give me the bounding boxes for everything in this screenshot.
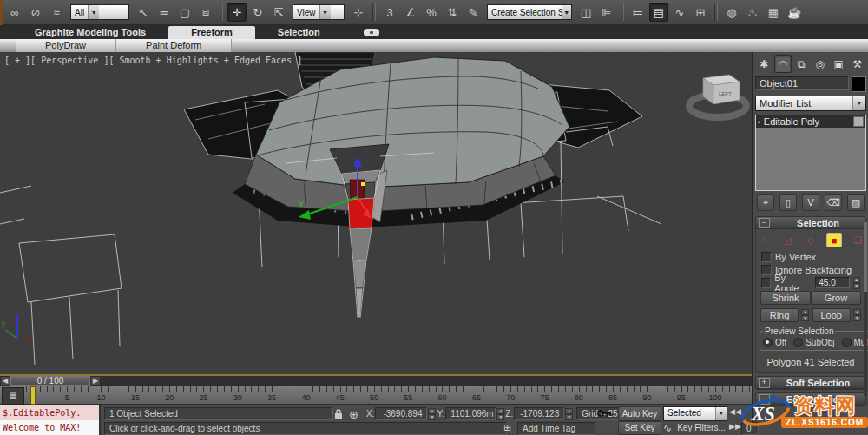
- selection-rollout-header[interactable]: − Selection: [756, 217, 865, 229]
- by-angle-checkbox[interactable]: [761, 278, 771, 288]
- dropdown-arrow-icon[interactable]: ▼: [852, 96, 865, 110]
- render-production-icon[interactable]: ☕: [785, 3, 804, 22]
- subtab-paint-deform[interactable]: Paint Deform: [116, 39, 232, 52]
- modifier-onoff-icon[interactable]: [853, 116, 864, 127]
- viewcube[interactable]: LEFT: [689, 75, 746, 117]
- spinner-snap-icon[interactable]: ⇅: [443, 3, 462, 22]
- key-filters-button[interactable]: Key Filters...: [677, 422, 726, 433]
- rendered-frame-window-icon[interactable]: ▦: [764, 3, 783, 22]
- select-and-link-icon[interactable]: ∞: [5, 3, 24, 22]
- mirror-icon[interactable]: ◫: [576, 3, 595, 22]
- object-name-field[interactable]: Object01: [755, 76, 849, 90]
- viewport-canvas[interactable]: Y LEFT y: [0, 52, 752, 374]
- named-selection-sets-dropdown[interactable]: Create Selection Se▼: [487, 4, 572, 20]
- dropdown-arrow-icon[interactable]: ▼: [562, 5, 571, 19]
- manage-layers-icon[interactable]: ≔: [628, 3, 648, 22]
- object-color-swatch[interactable]: [852, 76, 866, 92]
- window-crossing-icon[interactable]: ⧈: [196, 3, 215, 22]
- display-tab-icon[interactable]: ▣: [830, 55, 848, 73]
- z-spinner[interactable]: ▲▼: [565, 408, 573, 420]
- toolbar-drag-handle[interactable]: [0, 0, 3, 25]
- reference-coordinate-system-dropdown[interactable]: View▼: [293, 4, 345, 20]
- tab-graphite-modeling-tools[interactable]: Graphite Modeling Tools: [12, 26, 168, 39]
- select-and-rotate-icon[interactable]: ↻: [248, 3, 267, 22]
- track-bar[interactable]: 0510152025303540455055606570758085909510…: [0, 386, 752, 405]
- ignore-backfacing-checkbox[interactable]: [761, 265, 772, 275]
- modifier-stack[interactable]: ▪ Editable Poly: [755, 115, 866, 191]
- time-slider-prev-icon[interactable]: ◀: [0, 376, 10, 386]
- percent-snap-icon[interactable]: %: [422, 3, 441, 22]
- select-and-scale-icon[interactable]: ⇱: [269, 3, 288, 22]
- loop-spinner[interactable]: ▲▼: [853, 308, 861, 322]
- ribbon-minimize-icon[interactable]: [364, 29, 379, 36]
- preview-off-radio[interactable]: Off: [763, 338, 786, 347]
- viewcube-face-label[interactable]: LEFT: [719, 91, 732, 96]
- by-vertex-checkbox[interactable]: [761, 252, 772, 262]
- grow-button[interactable]: Grow: [811, 291, 861, 305]
- panel-scrollbar[interactable]: [864, 222, 867, 396]
- set-key-filters-curve-icon[interactable]: ∿: [663, 422, 672, 434]
- configure-modifier-sets-icon[interactable]: ▨: [847, 194, 865, 211]
- maxscript-listener-line[interactable]: Welcome to MAX!: [0, 420, 101, 435]
- hierarchy-tab-icon[interactable]: ⧉: [792, 55, 811, 73]
- selection-filter-dropdown[interactable]: All▼: [70, 4, 129, 20]
- align-icon[interactable]: ⊫: [597, 3, 616, 22]
- modify-tab-icon[interactable]: ◠: [774, 55, 792, 73]
- select-and-manipulate-icon[interactable]: ⊹: [349, 3, 368, 22]
- dropdown-arrow-icon[interactable]: ▼: [88, 5, 99, 19]
- select-by-name-icon[interactable]: ≣: [155, 3, 174, 22]
- selection-lock-icon[interactable]: [333, 408, 344, 422]
- perspective-viewport[interactable]: [ + ][ Perspective ][ Smooth + Highlight…: [0, 52, 752, 376]
- current-frame-marker[interactable]: [30, 386, 36, 405]
- edge-subobject-icon[interactable]: ◿: [779, 233, 795, 247]
- add-time-tag-icon[interactable]: ⊞: [503, 422, 511, 433]
- expand-icon[interactable]: +: [759, 378, 770, 388]
- ring-spinner[interactable]: ▲▼: [801, 308, 809, 322]
- material-editor-icon[interactable]: ◍: [722, 3, 741, 22]
- z-coordinate-field[interactable]: -1709.123: [514, 407, 564, 420]
- add-time-tag-field[interactable]: Add Time Tag: [517, 422, 595, 435]
- rectangular-selection-region-icon[interactable]: ▢: [175, 3, 194, 22]
- dropdown-arrow-icon[interactable]: ▼: [715, 407, 727, 420]
- y-spinner[interactable]: ▲▼: [496, 408, 504, 420]
- angle-snap-icon[interactable]: ∠: [401, 3, 420, 22]
- angle-spinner[interactable]: ▲▼: [853, 277, 860, 289]
- polygon-subobject-icon[interactable]: ■: [826, 233, 842, 247]
- dropdown-arrow-icon[interactable]: ▼: [319, 5, 331, 19]
- curve-editor-icon[interactable]: ∿: [670, 3, 689, 22]
- modifier-list-dropdown[interactable]: Modifier List▼: [755, 96, 866, 111]
- mini-curve-editor-button[interactable]: ▦: [2, 387, 24, 405]
- time-slider-next-icon[interactable]: ▶: [90, 376, 101, 386]
- snaps-toggle-icon[interactable]: 3: [380, 3, 399, 22]
- pin-stack-icon[interactable]: ⌖: [757, 194, 774, 211]
- selected-keys-dropdown[interactable]: Selected▼: [663, 406, 727, 421]
- show-end-result-icon[interactable]: ▯: [779, 194, 797, 211]
- motion-tab-icon[interactable]: ◎: [812, 55, 830, 73]
- maxscript-macro-recorder-line[interactable]: $.EditablePoly.: [0, 405, 101, 420]
- preview-subobj-radio[interactable]: SubObj: [793, 338, 834, 347]
- angle-value-field[interactable]: 45.0: [815, 277, 849, 288]
- graphite-ribbon-toggle-icon[interactable]: ▤: [649, 3, 668, 22]
- absolute-mode-toggle-icon[interactable]: ⊕: [349, 408, 358, 421]
- make-unique-icon[interactable]: ∀: [802, 194, 819, 211]
- auto-key-button[interactable]: Auto Key: [618, 406, 661, 421]
- gizmo-center-handle[interactable]: [361, 182, 365, 186]
- x-spinner[interactable]: ▲▼: [428, 408, 436, 420]
- tab-selection[interactable]: Selection: [255, 26, 343, 39]
- y-coordinate-field[interactable]: 1101.096m: [445, 407, 496, 420]
- utilities-tab-icon[interactable]: ⚒: [849, 55, 867, 73]
- unlink-selection-icon[interactable]: ⊘: [26, 3, 45, 22]
- render-setup-icon[interactable]: ♨: [743, 3, 762, 22]
- loop-button[interactable]: Loop: [812, 308, 851, 322]
- shrink-button[interactable]: Shrink: [760, 291, 811, 305]
- tab-freeform[interactable]: Freeform: [168, 26, 255, 39]
- select-and-move-icon[interactable]: ✛: [227, 3, 247, 22]
- edit-named-selection-sets-icon[interactable]: ✎: [464, 3, 483, 22]
- remove-modifier-icon[interactable]: ⌫: [825, 194, 842, 211]
- create-tab-icon[interactable]: ✱: [755, 55, 773, 73]
- bind-to-space-warp-icon[interactable]: ≈: [47, 3, 66, 22]
- x-coordinate-field[interactable]: -3690.894: [375, 407, 427, 420]
- keyboard-override-key-icon[interactable]: [597, 409, 613, 421]
- time-slider-handle[interactable]: 0 / 100: [10, 376, 90, 386]
- viewport-label[interactable]: [ + ][ Perspective ][ Smooth + Highlight…: [4, 56, 302, 65]
